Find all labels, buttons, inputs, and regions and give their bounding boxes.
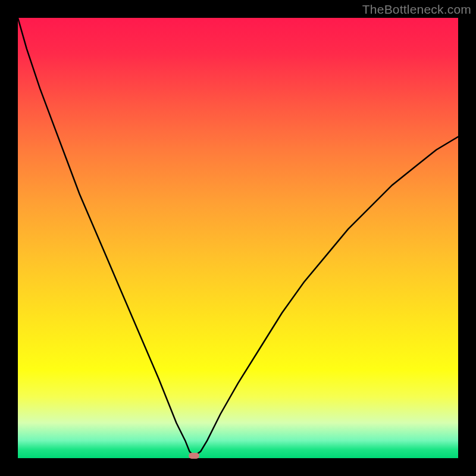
- bottleneck-curve: [18, 18, 458, 458]
- watermark-text: TheBottleneck.com: [362, 2, 471, 17]
- chart-frame: TheBottleneck.com: [0, 0, 476, 476]
- optimal-point-marker: [189, 453, 199, 459]
